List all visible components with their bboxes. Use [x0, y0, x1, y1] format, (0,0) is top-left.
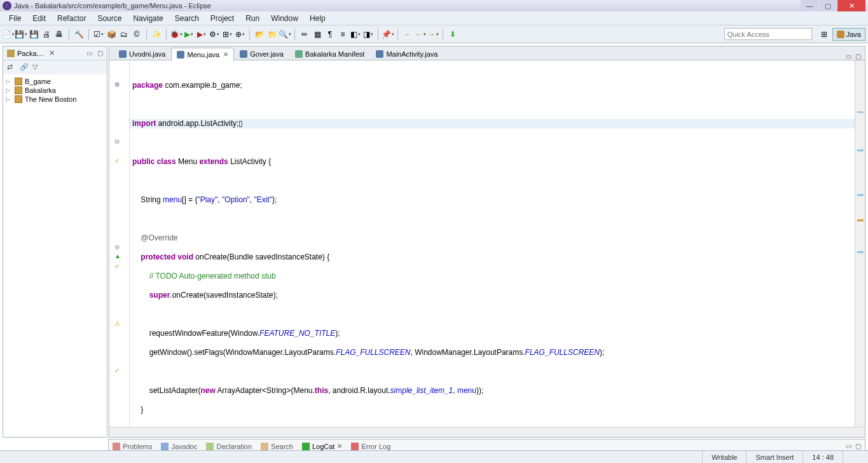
menu-file[interactable]: File — [4, 13, 26, 24]
minimize-view-icon[interactable]: ▭ — [86, 50, 92, 57]
code-editor[interactable]: package com.example.b_game; import andro… — [130, 60, 855, 427]
collapse-all-icon[interactable]: ⇄ — [7, 63, 16, 72]
menu-navigate[interactable]: Navigate — [128, 13, 168, 24]
new-plugin-button[interactable]: ⊕ — [234, 29, 245, 40]
annotation-button[interactable]: ◧ — [350, 29, 361, 40]
check-button[interactable]: ☑ — [93, 29, 104, 40]
maximize-view-icon[interactable]: ▢ — [97, 50, 103, 57]
wand-button[interactable]: ✨ — [151, 29, 162, 40]
tab-mainactivity[interactable]: MainActivity.java — [370, 47, 443, 60]
window-maximize-button[interactable]: ▢ — [819, 0, 837, 11]
pin-button[interactable]: 📌 — [382, 29, 394, 40]
menu-refactor[interactable]: Refactor — [52, 13, 91, 24]
project-icon — [15, 86, 22, 94]
avd-button[interactable]: ⬇ — [447, 29, 458, 40]
open-type-button[interactable]: 📂 — [254, 29, 265, 40]
tab-manifest[interactable]: Bakalarka Manifest — [289, 47, 371, 60]
tab-search[interactable]: Search — [261, 443, 293, 450]
toggle-breadcrumb-button[interactable]: ≡ — [337, 29, 348, 40]
status-writable: Writable — [702, 451, 746, 463]
project-icon — [15, 95, 22, 103]
tab-menu[interactable]: Menu.java✕ — [171, 48, 234, 60]
java-file-icon — [177, 51, 184, 59]
class-button[interactable]: © — [131, 29, 142, 40]
print-button[interactable]: 🖶 — [53, 29, 65, 40]
save-dropdown-button[interactable]: 💾 — [15, 29, 27, 40]
open-perspective-button[interactable]: ⊞ — [818, 29, 830, 40]
new-java-button[interactable]: ⊞ — [221, 29, 233, 40]
search-button[interactable]: 🔍 — [279, 29, 291, 40]
overview-ruler[interactable] — [855, 60, 865, 427]
menu-run[interactable]: Run — [240, 13, 265, 24]
javadoc-icon — [161, 443, 169, 450]
editor-tabs: Uvodni.java Menu.java✕ Gover.java Bakala… — [109, 46, 865, 60]
forward-button[interactable]: → — [427, 29, 439, 40]
search-icon — [261, 443, 268, 450]
maximize-editor-icon[interactable]: ▢ — [855, 53, 861, 60]
logcat-icon — [302, 443, 310, 450]
java-file-icon — [376, 50, 383, 58]
menu-help[interactable]: Help — [305, 13, 331, 24]
status-cursor-position: 14 : 48 — [803, 451, 843, 463]
build-button[interactable]: 🔨 — [73, 29, 85, 40]
window-minimize-button[interactable]: — — [801, 0, 818, 11]
show-whitespace-button[interactable]: ¶ — [324, 29, 336, 40]
link-editor-icon[interactable]: 🔗 — [20, 63, 29, 72]
run-last-button[interactable]: ▶ — [196, 29, 207, 40]
close-tab-icon[interactable]: ✕ — [223, 51, 228, 58]
project-tree[interactable]: ▷ B_game ▷ Bakalarka ▷ The New Boston — [3, 74, 107, 437]
minimize-panel-icon[interactable]: ▭ — [846, 443, 851, 450]
window-close-button[interactable]: ✕ — [837, 0, 865, 11]
package-button[interactable]: 📦 — [106, 29, 117, 40]
back-button[interactable]: ← — [402, 29, 413, 40]
window-title: Java - Bakalarka/src/com/example/b_game/… — [14, 2, 211, 10]
menu-search[interactable]: Search — [170, 13, 204, 24]
quick-access-input[interactable] — [724, 28, 812, 40]
debug-button[interactable]: 🐞 — [170, 29, 182, 40]
tab-javadoc[interactable]: Javadoc — [161, 443, 197, 450]
perspective-java[interactable]: Java — [832, 28, 865, 41]
toolbar: 📄 💾 💾 🖨 🖶 🔨 ☑ 📦 🗂 © ✨ 🐞 ▶ ▶ ⚙ ⊞ ⊕ 📂 📁 🔍 … — [0, 25, 868, 43]
java-file-icon — [240, 50, 247, 58]
errorlog-icon — [351, 443, 359, 450]
save-all-button[interactable]: 🖨 — [41, 29, 52, 40]
project-node[interactable]: ▷ B_game — [6, 77, 104, 86]
jar-button[interactable]: 🗂 — [118, 29, 130, 40]
toggle-block-button[interactable]: ▦ — [312, 29, 323, 40]
save-button[interactable]: 💾 — [28, 29, 39, 40]
tab-uvodni[interactable]: Uvodni.java — [113, 47, 171, 60]
tab-errorlog[interactable]: Error Log — [351, 443, 390, 450]
tab-gover[interactable]: Gover.java — [234, 47, 289, 60]
horizontal-scrollbar[interactable] — [109, 427, 865, 437]
tab-declaration[interactable]: Declaration — [206, 443, 252, 450]
java-perspective-icon — [837, 31, 844, 38]
menu-project[interactable]: Project — [205, 13, 239, 24]
menu-window[interactable]: Window — [266, 13, 303, 24]
manifest-file-icon — [295, 50, 303, 58]
close-view-icon[interactable]: ✕ — [49, 49, 55, 57]
new-button[interactable]: 📄 — [3, 29, 14, 40]
project-node[interactable]: ▷ The New Boston — [6, 95, 104, 104]
maximize-panel-icon[interactable]: ▢ — [855, 443, 861, 450]
project-node[interactable]: ▷ Bakalarka — [6, 86, 104, 95]
tab-problems[interactable]: Problems — [113, 443, 152, 450]
package-explorer-view: Packa… ✕ ▭ ▢ ⇄ 🔗 ▽ ▷ B_game ▷ Bakalarka … — [3, 46, 107, 438]
external-tools-button[interactable]: ⚙ — [209, 29, 220, 40]
menu-source[interactable]: Source — [92, 13, 127, 24]
problems-icon — [113, 443, 120, 450]
close-tab-icon[interactable]: ✕ — [337, 443, 342, 450]
editor-area: Uvodni.java Menu.java✕ Gover.java Bakala… — [109, 46, 865, 438]
run-button[interactable]: ▶ — [183, 29, 195, 40]
next-annotation-button[interactable]: ◨ — [362, 29, 374, 40]
tab-logcat[interactable]: LogCat✕ — [302, 443, 342, 450]
minimize-editor-icon[interactable]: ▭ — [846, 53, 851, 60]
menu-edit[interactable]: Edit — [27, 13, 51, 24]
package-explorer-icon — [7, 50, 15, 57]
open-task-button[interactable]: 📁 — [266, 29, 278, 40]
toggle-mark-button[interactable]: ✏ — [299, 29, 310, 40]
editor-gutter[interactable]: ⊕ ⊖ ✓ ⊖ ▲ ✓ ⚠ ✓ — [109, 60, 130, 427]
view-menu-icon[interactable]: ▽ — [32, 63, 41, 72]
menubar: File Edit Refactor Source Navigate Searc… — [0, 11, 868, 25]
back-history-button[interactable]: ← — [415, 29, 426, 40]
declaration-icon — [206, 443, 214, 450]
